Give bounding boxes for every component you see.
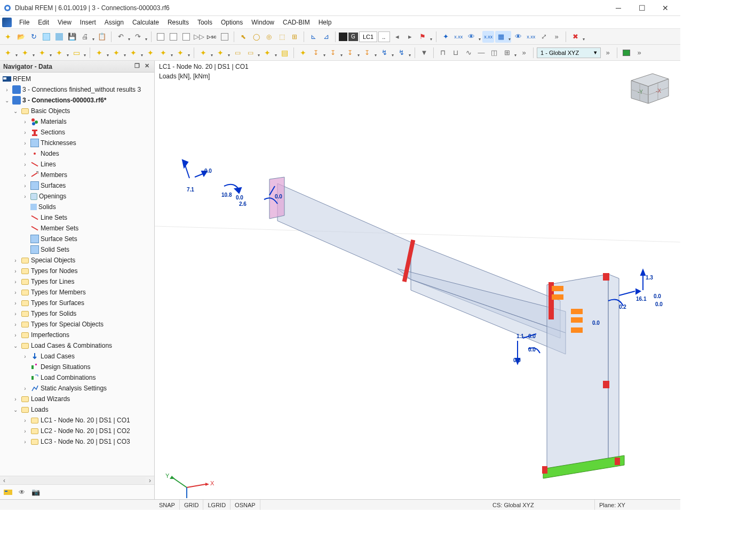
nav-tab-display-icon[interactable]: 👁 <box>16 486 28 498</box>
tree-imperfections[interactable]: Imperfections <box>31 331 69 339</box>
tree-lc1[interactable]: LC1 - Node No. 20 | DS1 | CO1 <box>41 417 130 424</box>
tree-solid-sets[interactable]: Solid Sets <box>41 246 69 253</box>
overflow1-icon[interactable]: » <box>551 31 562 43</box>
filter-icon[interactable]: ▼ <box>418 47 430 59</box>
curve-icon[interactable]: ∿ <box>463 47 474 59</box>
panel1-icon[interactable] <box>155 31 166 43</box>
tool-b5[interactable]: ✦ <box>157 47 173 59</box>
menu-help[interactable]: Help <box>314 16 336 29</box>
flag-icon[interactable]: ⚑ <box>417 31 433 43</box>
axis-x-icon[interactable]: ⊾ <box>307 31 319 43</box>
minimize-button[interactable]: ─ <box>607 0 630 16</box>
tool-d4[interactable]: ↧ <box>344 47 360 59</box>
clipboard-icon[interactable]: 📋 <box>96 31 108 43</box>
menu-view[interactable]: View <box>53 16 76 29</box>
section-icon1[interactable]: ⊓ <box>437 47 449 59</box>
tree-types-lines[interactable]: Types for Lines <box>31 278 74 285</box>
tool-b6[interactable]: ✦ <box>174 47 190 59</box>
tool-c5[interactable]: ✦ <box>261 47 277 59</box>
tree-basic-objects[interactable]: Basic Objects <box>31 107 70 115</box>
tool-c6[interactable]: ▤ <box>279 47 290 59</box>
tree-special-objects[interactable]: Special Objects <box>31 257 75 264</box>
tree-thicknesses[interactable]: Thicknesses <box>41 139 76 147</box>
sc-icon[interactable]: ▷sc <box>206 31 218 43</box>
section-icon2[interactable]: ⊔ <box>450 47 462 59</box>
coord-system-selector[interactable]: 1 - Global XYZ▾ <box>537 47 601 58</box>
prev-lc-icon[interactable]: ◂ <box>391 31 403 43</box>
viewport-3d[interactable]: LC1 - Node No. 20 | DS1 | CO1 Loads [kN]… <box>155 61 680 499</box>
overflow4-icon[interactable]: » <box>633 47 645 59</box>
select-arrow-icon[interactable]: ⬉ <box>237 31 249 43</box>
menu-window[interactable]: Window <box>247 16 279 29</box>
loadcase-selector[interactable]: LC1 <box>359 31 377 42</box>
tool-a2[interactable]: ✦ <box>19 47 35 59</box>
tree-line-sets[interactable]: Line Sets <box>41 214 67 221</box>
close-button[interactable]: ✕ <box>654 0 677 16</box>
menu-tools[interactable]: Tools <box>193 16 217 29</box>
screen-icon[interactable] <box>621 47 632 59</box>
refresh-icon[interactable]: ↻ <box>28 31 39 43</box>
tree-sections[interactable]: Sections <box>41 129 65 136</box>
run-icon[interactable]: ▷▷ <box>193 31 205 43</box>
tool-a5[interactable]: ▭ <box>70 47 86 59</box>
tool-c2[interactable]: ✦ <box>214 47 231 59</box>
navigator-tree[interactable]: RFEM ›3 - Connections finished_without r… <box>0 73 154 476</box>
view-cube[interactable]: -Y -X <box>626 67 674 106</box>
print-icon[interactable]: 🖨 <box>79 31 95 43</box>
tree-load-wizards[interactable]: Load Wizards <box>31 395 70 403</box>
status-osnap[interactable]: OSNAP <box>231 500 260 510</box>
delete-x-icon[interactable]: ✖ <box>569 31 585 43</box>
navigator-hscroll[interactable]: ‹› <box>0 476 154 484</box>
menu-cad-bim[interactable]: CAD-BIM <box>279 16 314 29</box>
undo-icon[interactable]: ↶ <box>115 31 131 43</box>
grid-toggle-icon[interactable]: ▦ <box>495 31 511 43</box>
tree-types-special[interactable]: Types for Special Objects <box>31 321 104 328</box>
tree-proj2[interactable]: 3 - Connections-000003.rf6* <box>22 97 106 104</box>
tree-solids[interactable]: Solids <box>38 203 56 211</box>
menu-options[interactable]: Options <box>217 16 247 29</box>
tool-c4[interactable]: ▭ <box>244 47 260 59</box>
tool-b4[interactable]: ✦ <box>145 47 156 59</box>
tool-b3[interactable]: ✦ <box>128 47 144 59</box>
new-icon[interactable]: ✦ <box>2 31 14 43</box>
tree-loads[interactable]: Loads <box>31 406 49 413</box>
tree-members[interactable]: Members <box>41 171 67 179</box>
menu-assign[interactable]: Assign <box>100 16 128 29</box>
dim2-icon[interactable]: x.xx <box>525 31 537 43</box>
tree-lc2[interactable]: LC2 - Node No. 20 | DS1 | CO2 <box>41 427 130 435</box>
eye1-icon[interactable]: 👁 <box>465 31 481 43</box>
overflow3-icon[interactable]: » <box>602 47 614 59</box>
status-lgrid[interactable]: LGRID <box>203 500 231 510</box>
tree-sas[interactable]: Static Analysis Settings <box>41 385 107 392</box>
tree-types-nodes[interactable]: Types for Nodes <box>31 267 77 275</box>
menu-calculate[interactable]: Calculate <box>128 16 163 29</box>
dice-icon[interactable]: ⊞ <box>501 47 517 59</box>
tree-load-cases[interactable]: Load Cases <box>41 353 75 360</box>
tool-a1[interactable]: ✦ <box>2 47 18 59</box>
select-lasso-icon[interactable]: ◯ <box>250 31 262 43</box>
color-swatch[interactable] <box>339 33 347 41</box>
tool-c1[interactable]: ✦ <box>197 47 213 59</box>
tree-lcc[interactable]: Load Cases & Combinations <box>31 342 112 349</box>
g-swatch[interactable]: G <box>348 33 358 41</box>
expand-icon[interactable]: ⤢ <box>538 31 550 43</box>
tree-materials[interactable]: Materials <box>41 118 67 125</box>
tree-design-situations[interactable]: Design Situations <box>41 363 90 371</box>
tree-load-combinations[interactable]: Load Combinations <box>41 374 96 381</box>
tree-openings[interactable]: Openings <box>39 193 66 200</box>
tree-types-surfaces[interactable]: Types for Surfaces <box>31 299 84 307</box>
line2-icon[interactable]: — <box>475 47 487 59</box>
tool-d5[interactable]: ↧ <box>361 47 377 59</box>
tree-proj1[interactable]: 3 - Connections finished_without results… <box>22 86 141 93</box>
loadcase-suffix[interactable]: .. <box>378 31 390 42</box>
save-icon[interactable]: 💾 <box>66 31 78 43</box>
measure-icon[interactable]: ✦ <box>440 31 451 43</box>
menu-edit[interactable]: Edit <box>34 16 53 29</box>
menu-results[interactable]: Results <box>163 16 193 29</box>
xxx-toggle-icon[interactable]: x.xx <box>482 31 494 43</box>
redo-icon[interactable]: ↷ <box>132 31 148 43</box>
axis-y-icon[interactable]: ⊿ <box>320 31 332 43</box>
tree-types-members[interactable]: Types for Members <box>31 289 86 296</box>
dimension-icon[interactable]: x.xx <box>452 31 464 43</box>
tree-surfaces[interactable]: Surfaces <box>41 182 66 189</box>
